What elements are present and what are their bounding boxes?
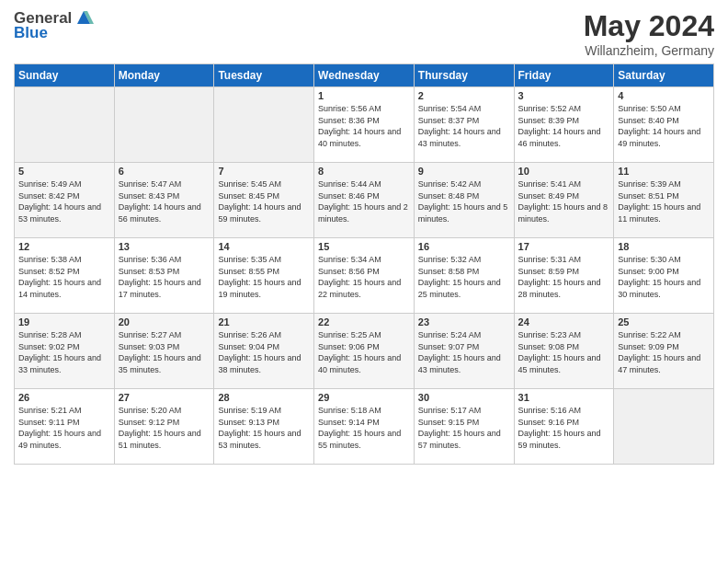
day-number: 19 — [18, 316, 110, 327]
table-row: 23 Sunrise: 5:24 AMSunset: 9:07 PMDaylig… — [414, 314, 514, 389]
logo-text-blue: Blue — [14, 24, 48, 42]
cell-info: Sunrise: 5:42 AMSunset: 8:48 PMDaylight:… — [418, 178, 510, 224]
header-row: Sunday Monday Tuesday Wednesday Thursday… — [15, 64, 714, 87]
day-number: 14 — [218, 241, 310, 252]
day-number: 3 — [518, 90, 610, 101]
table-row: 5 Sunrise: 5:49 AMSunset: 8:42 PMDayligh… — [15, 163, 115, 238]
table-row: 25 Sunrise: 5:22 AMSunset: 9:09 PMDaylig… — [614, 314, 714, 389]
table-row — [15, 87, 115, 163]
day-number: 6 — [119, 166, 210, 177]
cell-info: Sunrise: 5:22 AMSunset: 9:09 PMDaylight:… — [618, 329, 710, 375]
table-row: 7 Sunrise: 5:45 AMSunset: 8:45 PMDayligh… — [214, 163, 314, 238]
cell-info: Sunrise: 5:52 AMSunset: 8:39 PMDaylight:… — [518, 103, 610, 149]
cell-info: Sunrise: 5:23 AMSunset: 9:08 PMDaylight:… — [518, 329, 610, 375]
day-number: 18 — [618, 241, 710, 252]
col-tuesday: Tuesday — [214, 64, 314, 87]
day-number: 28 — [218, 392, 310, 403]
cell-info: Sunrise: 5:16 AMSunset: 9:16 PMDaylight:… — [518, 405, 610, 451]
table-row: 27 Sunrise: 5:20 AMSunset: 9:12 PMDaylig… — [114, 389, 214, 465]
cell-info: Sunrise: 5:49 AMSunset: 8:42 PMDaylight:… — [18, 178, 110, 224]
table-row: 31 Sunrise: 5:16 AMSunset: 9:16 PMDaylig… — [514, 389, 614, 465]
table-row: 26 Sunrise: 5:21 AMSunset: 9:11 PMDaylig… — [15, 389, 115, 465]
col-wednesday: Wednesday — [314, 64, 415, 87]
day-number: 21 — [218, 316, 310, 327]
cell-info: Sunrise: 5:20 AMSunset: 9:12 PMDaylight:… — [119, 405, 210, 451]
day-number: 17 — [518, 241, 610, 252]
day-number: 31 — [518, 392, 610, 403]
table-row: 17 Sunrise: 5:31 AMSunset: 8:59 PMDaylig… — [514, 238, 614, 314]
month-title: May 2024 — [584, 9, 714, 43]
table-row: 22 Sunrise: 5:25 AMSunset: 9:06 PMDaylig… — [314, 314, 415, 389]
cell-info: Sunrise: 5:28 AMSunset: 9:02 PMDaylight:… — [18, 329, 110, 375]
cell-info: Sunrise: 5:26 AMSunset: 9:04 PMDaylight:… — [218, 329, 310, 375]
table-row: 8 Sunrise: 5:44 AMSunset: 8:46 PMDayligh… — [314, 163, 415, 238]
day-number: 20 — [119, 316, 210, 327]
table-row: 1 Sunrise: 5:56 AMSunset: 8:36 PMDayligh… — [314, 87, 415, 163]
table-row — [114, 87, 214, 163]
table-row: 2 Sunrise: 5:54 AMSunset: 8:37 PMDayligh… — [414, 87, 514, 163]
day-number: 11 — [618, 166, 710, 177]
cell-info: Sunrise: 5:31 AMSunset: 8:59 PMDaylight:… — [518, 254, 610, 300]
col-sunday: Sunday — [15, 64, 115, 87]
day-number: 4 — [618, 90, 710, 101]
cell-info: Sunrise: 5:34 AMSunset: 8:56 PMDaylight:… — [318, 254, 410, 300]
day-number: 7 — [218, 166, 310, 177]
cell-info: Sunrise: 5:19 AMSunset: 9:13 PMDaylight:… — [218, 405, 310, 451]
table-row: 11 Sunrise: 5:39 AMSunset: 8:51 PMDaylig… — [614, 163, 714, 238]
cell-info: Sunrise: 5:36 AMSunset: 8:53 PMDaylight:… — [119, 254, 210, 300]
cell-info: Sunrise: 5:54 AMSunset: 8:37 PMDaylight:… — [418, 103, 510, 149]
day-number: 5 — [18, 166, 110, 177]
title-section: May 2024 Willanzheim, Germany — [584, 9, 714, 58]
day-number: 25 — [618, 316, 710, 327]
cell-info: Sunrise: 5:50 AMSunset: 8:40 PMDaylight:… — [618, 103, 710, 149]
week-row-5: 26 Sunrise: 5:21 AMSunset: 9:11 PMDaylig… — [15, 389, 714, 465]
day-number: 16 — [418, 241, 510, 252]
cell-info: Sunrise: 5:27 AMSunset: 9:03 PMDaylight:… — [119, 329, 210, 375]
day-number: 12 — [18, 241, 110, 252]
table-row: 28 Sunrise: 5:19 AMSunset: 9:13 PMDaylig… — [214, 389, 314, 465]
logo: General Blue — [14, 9, 94, 42]
table-row: 20 Sunrise: 5:27 AMSunset: 9:03 PMDaylig… — [114, 314, 214, 389]
col-friday: Friday — [514, 64, 614, 87]
cell-info: Sunrise: 5:41 AMSunset: 8:49 PMDaylight:… — [518, 178, 610, 224]
table-row: 16 Sunrise: 5:32 AMSunset: 8:58 PMDaylig… — [414, 238, 514, 314]
col-saturday: Saturday — [614, 64, 714, 87]
day-number: 29 — [318, 392, 410, 403]
table-row: 6 Sunrise: 5:47 AMSunset: 8:43 PMDayligh… — [114, 163, 214, 238]
cell-info: Sunrise: 5:45 AMSunset: 8:45 PMDaylight:… — [218, 178, 310, 224]
table-row: 14 Sunrise: 5:35 AMSunset: 8:55 PMDaylig… — [214, 238, 314, 314]
table-row: 9 Sunrise: 5:42 AMSunset: 8:48 PMDayligh… — [414, 163, 514, 238]
table-row: 21 Sunrise: 5:26 AMSunset: 9:04 PMDaylig… — [214, 314, 314, 389]
day-number: 2 — [418, 90, 510, 101]
week-row-2: 5 Sunrise: 5:49 AMSunset: 8:42 PMDayligh… — [15, 163, 714, 238]
day-number: 10 — [518, 166, 610, 177]
cell-info: Sunrise: 5:56 AMSunset: 8:36 PMDaylight:… — [318, 103, 410, 149]
table-row: 13 Sunrise: 5:36 AMSunset: 8:53 PMDaylig… — [114, 238, 214, 314]
table-row — [614, 389, 714, 465]
day-number: 23 — [418, 316, 510, 327]
day-number: 15 — [318, 241, 410, 252]
cell-info: Sunrise: 5:18 AMSunset: 9:14 PMDaylight:… — [318, 405, 410, 451]
cell-info: Sunrise: 5:38 AMSunset: 8:52 PMDaylight:… — [18, 254, 110, 300]
table-row: 12 Sunrise: 5:38 AMSunset: 8:52 PMDaylig… — [15, 238, 115, 314]
cell-info: Sunrise: 5:32 AMSunset: 8:58 PMDaylight:… — [418, 254, 510, 300]
week-row-1: 1 Sunrise: 5:56 AMSunset: 8:36 PMDayligh… — [15, 87, 714, 163]
table-row: 30 Sunrise: 5:17 AMSunset: 9:15 PMDaylig… — [414, 389, 514, 465]
logo-icon — [74, 7, 94, 28]
day-number: 27 — [119, 392, 210, 403]
day-number: 8 — [318, 166, 410, 177]
day-number: 30 — [418, 392, 510, 403]
cell-info: Sunrise: 5:24 AMSunset: 9:07 PMDaylight:… — [418, 329, 510, 375]
cell-info: Sunrise: 5:25 AMSunset: 9:06 PMDaylight:… — [318, 329, 410, 375]
table-row: 29 Sunrise: 5:18 AMSunset: 9:14 PMDaylig… — [314, 389, 415, 465]
cell-info: Sunrise: 5:39 AMSunset: 8:51 PMDaylight:… — [618, 178, 710, 224]
day-number: 24 — [518, 316, 610, 327]
cell-info: Sunrise: 5:47 AMSunset: 8:43 PMDaylight:… — [119, 178, 210, 224]
day-number: 9 — [418, 166, 510, 177]
calendar-table: Sunday Monday Tuesday Wednesday Thursday… — [14, 63, 714, 465]
location: Willanzheim, Germany — [584, 43, 714, 58]
week-row-3: 12 Sunrise: 5:38 AMSunset: 8:52 PMDaylig… — [15, 238, 714, 314]
table-row: 10 Sunrise: 5:41 AMSunset: 8:49 PMDaylig… — [514, 163, 614, 238]
col-thursday: Thursday — [414, 64, 514, 87]
cell-info: Sunrise: 5:30 AMSunset: 9:00 PMDaylight:… — [618, 254, 710, 300]
